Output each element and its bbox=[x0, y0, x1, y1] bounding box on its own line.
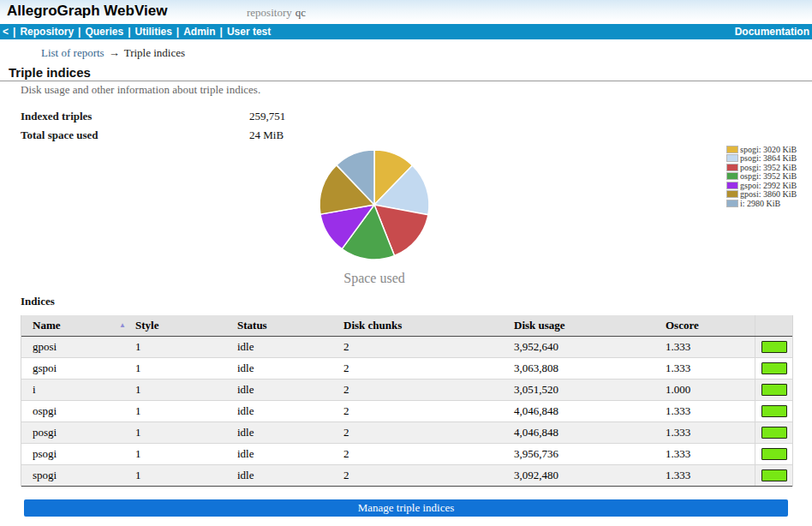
manage-triple-indices-button[interactable]: Manage triple indices bbox=[24, 499, 788, 517]
cell-status: idle bbox=[230, 401, 337, 421]
legend-label: i: 2980 KiB bbox=[740, 199, 780, 208]
cell-status: idle bbox=[230, 444, 337, 464]
cell-disk_usage: 3,952,640 bbox=[496, 337, 659, 357]
column-header-disk-usage[interactable]: Disk usage bbox=[496, 315, 659, 336]
nav-item-user-test[interactable]: User test bbox=[227, 26, 271, 38]
cell-oscore: 1.333 bbox=[659, 401, 755, 421]
cell-disk_usage: 3,063,808 bbox=[496, 358, 659, 379]
breadcrumb-link-list-of-reports[interactable]: List of reports bbox=[41, 46, 104, 59]
stat-total-space-used: Total space used24 MiB bbox=[21, 129, 284, 142]
legend-swatch-gposi bbox=[726, 190, 738, 198]
breadcrumb-current: Triple indices bbox=[124, 46, 185, 59]
stat-label: Indexed triples bbox=[21, 110, 249, 123]
nav-separator: | bbox=[13, 26, 15, 38]
health-status-badge bbox=[761, 448, 787, 460]
cell-disk_usage: 3,092,480 bbox=[496, 465, 659, 486]
cell-health bbox=[755, 465, 791, 486]
column-header-status[interactable]: Status bbox=[230, 315, 337, 336]
column-header-style[interactable]: Style bbox=[129, 315, 230, 336]
nav-item-repository[interactable]: Repository bbox=[20, 26, 74, 38]
cell-oscore: 1.333 bbox=[659, 422, 755, 443]
legend-label: psogi: 3864 KiB bbox=[740, 153, 797, 163]
repository-label: repository bbox=[247, 6, 292, 19]
column-header-oscore[interactable]: Oscore bbox=[659, 315, 755, 336]
table-row-i: i1idle23,051,5201.000 bbox=[21, 380, 792, 401]
indices-section-label: Indices bbox=[21, 295, 55, 308]
cell-name: gposi bbox=[21, 337, 129, 357]
nav-back-arrow[interactable]: < bbox=[3, 26, 9, 38]
table-row-posgi: posgi1idle24,046,8481.333 bbox=[21, 422, 792, 444]
cell-status: idle bbox=[230, 380, 337, 400]
legend-item-gposi: gposi: 3860 KiB bbox=[726, 190, 810, 200]
nav-separator: | bbox=[78, 26, 81, 38]
chart-caption: Space used bbox=[289, 271, 460, 286]
main-nav: <|Repository|Queries|Utilities|Admin|Use… bbox=[0, 24, 812, 39]
health-status-badge bbox=[761, 362, 787, 374]
column-header-disk-chunks[interactable]: Disk chunks bbox=[337, 315, 496, 336]
column-header-name[interactable]: Name▲ bbox=[21, 315, 129, 336]
legend-swatch-spogi bbox=[726, 146, 738, 153]
cell-name: gspoi bbox=[21, 358, 129, 379]
page-title: Triple indices bbox=[9, 65, 91, 80]
stat-label: Total space used bbox=[21, 129, 249, 142]
nav-item-admin[interactable]: Admin bbox=[183, 26, 215, 38]
top-header: AllegroGraph WebView repositoryqc bbox=[0, 0, 812, 24]
nav-item-documentation[interactable]: Documentation bbox=[735, 26, 809, 38]
legend-item-ospgi: ospgi: 3952 KiB bbox=[726, 172, 810, 182]
cell-disk_usage: 4,046,848 bbox=[496, 422, 659, 443]
nav-right-group: Documentation bbox=[735, 24, 809, 39]
cell-style: 1 bbox=[129, 337, 230, 357]
table-row-gspoi: gspoi1idle23,063,8081.333 bbox=[21, 358, 792, 380]
cell-style: 1 bbox=[129, 422, 230, 443]
health-status-badge bbox=[761, 384, 787, 396]
nav-separator: | bbox=[176, 26, 179, 38]
cell-oscore: 1.333 bbox=[659, 337, 755, 357]
cell-health bbox=[755, 337, 791, 357]
cell-style: 1 bbox=[129, 465, 230, 486]
legend-swatch-ospgi bbox=[726, 172, 738, 180]
cell-disk_chunks: 2 bbox=[337, 358, 496, 379]
cell-name: posgi bbox=[21, 422, 129, 443]
legend-item-spogi: spogi: 3020 KiB bbox=[726, 145, 810, 154]
cell-disk_chunks: 2 bbox=[337, 422, 496, 443]
nav-item-utilities[interactable]: Utilities bbox=[134, 26, 171, 38]
space-used-pie-chart bbox=[306, 136, 443, 273]
cell-disk_chunks: 2 bbox=[337, 337, 496, 357]
legend-swatch-posgi bbox=[726, 164, 738, 171]
nav-left-group: <|Repository|Queries|Utilities|Admin|Use… bbox=[3, 24, 271, 39]
legend-item-psogi: psogi: 3864 KiB bbox=[726, 154, 810, 164]
legend-swatch-gspoi bbox=[726, 182, 738, 189]
cell-health bbox=[755, 401, 791, 421]
health-status-badge bbox=[761, 405, 787, 417]
cell-disk_chunks: 2 bbox=[337, 380, 496, 400]
chart-legend: spogi: 3020 KiBpsogi: 3864 KiBposgi: 395… bbox=[726, 145, 810, 208]
legend-label: gspoi: 2992 KiB bbox=[740, 181, 797, 190]
cell-status: idle bbox=[230, 465, 337, 486]
legend-item-gspoi: gspoi: 2992 KiB bbox=[726, 181, 810, 190]
nav-separator: | bbox=[220, 26, 223, 38]
legend-label: posgi: 3952 KiB bbox=[740, 163, 797, 172]
cell-oscore: 1.333 bbox=[659, 358, 755, 379]
repository-name: qc bbox=[296, 6, 306, 19]
legend-swatch-i bbox=[726, 200, 738, 207]
stat-value: 24 MiB bbox=[249, 129, 284, 141]
legend-label: ospgi: 3952 KiB bbox=[740, 171, 797, 181]
cell-disk_chunks: 2 bbox=[337, 465, 496, 486]
cell-name: ospgi bbox=[21, 401, 129, 421]
stat-indexed-triples: Indexed triples259,751 bbox=[21, 110, 285, 123]
page-description: Disk usage and other information about t… bbox=[21, 83, 260, 97]
title-divider bbox=[0, 81, 812, 81]
legend-swatch-psogi bbox=[726, 154, 738, 162]
legend-item-posgi: posgi: 3952 KiB bbox=[726, 163, 810, 172]
stat-value: 259,751 bbox=[249, 110, 285, 123]
table-row-psogi: psogi1idle23,956,7361.333 bbox=[21, 444, 792, 465]
cell-health bbox=[755, 380, 791, 400]
health-status-badge bbox=[761, 341, 787, 353]
cell-disk_chunks: 2 bbox=[337, 444, 496, 464]
cell-style: 1 bbox=[129, 401, 230, 421]
cell-health bbox=[755, 422, 791, 443]
cell-health bbox=[755, 444, 791, 464]
cell-disk_chunks: 2 bbox=[337, 401, 496, 421]
nav-item-queries[interactable]: Queries bbox=[85, 26, 123, 38]
cell-health bbox=[755, 358, 791, 379]
